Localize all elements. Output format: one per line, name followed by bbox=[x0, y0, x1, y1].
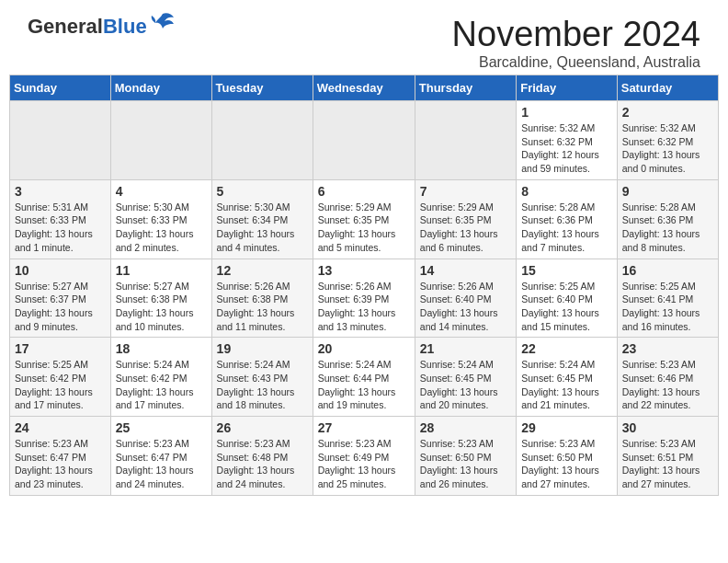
day-number: 11 bbox=[116, 263, 207, 278]
calendar-header-row: Sunday Monday Tuesday Wednesday Thursday… bbox=[10, 75, 719, 101]
table-row: 2Sunrise: 5:32 AM Sunset: 6:32 PM Daylig… bbox=[617, 101, 718, 180]
day-number: 25 bbox=[116, 420, 207, 435]
calendar-table: Sunday Monday Tuesday Wednesday Thursday… bbox=[9, 75, 719, 496]
location: Barcaldine, Queensland, Australia bbox=[452, 54, 700, 71]
table-row: 3Sunrise: 5:31 AM Sunset: 6:33 PM Daylig… bbox=[10, 179, 111, 259]
day-info: Sunrise: 5:27 AM Sunset: 6:37 PM Dayligh… bbox=[15, 280, 106, 334]
table-row bbox=[313, 101, 415, 180]
page-header: General Blue November 2024 Barcaldine, Q… bbox=[9, 0, 719, 75]
day-info: Sunrise: 5:32 AM Sunset: 6:32 PM Dayligh… bbox=[622, 121, 713, 176]
day-number: 27 bbox=[318, 420, 410, 435]
table-row: 9Sunrise: 5:28 AM Sunset: 6:36 PM Daylig… bbox=[617, 179, 718, 259]
table-row bbox=[10, 101, 111, 180]
day-info: Sunrise: 5:25 AM Sunset: 6:40 PM Dayligh… bbox=[521, 280, 612, 334]
table-row: 30Sunrise: 5:23 AM Sunset: 6:51 PM Dayli… bbox=[617, 417, 718, 496]
day-info: Sunrise: 5:31 AM Sunset: 6:33 PM Dayligh… bbox=[15, 201, 106, 255]
day-info: Sunrise: 5:23 AM Sunset: 6:50 PM Dayligh… bbox=[420, 437, 511, 491]
table-row: 1Sunrise: 5:32 AM Sunset: 6:32 PM Daylig… bbox=[517, 101, 618, 180]
day-info: Sunrise: 5:23 AM Sunset: 6:46 PM Dayligh… bbox=[622, 358, 713, 412]
day-number: 4 bbox=[116, 184, 207, 199]
calendar-week-row: 10Sunrise: 5:27 AM Sunset: 6:37 PM Dayli… bbox=[10, 259, 719, 338]
day-info: Sunrise: 5:26 AM Sunset: 6:39 PM Dayligh… bbox=[318, 280, 410, 334]
day-info: Sunrise: 5:26 AM Sunset: 6:38 PM Dayligh… bbox=[217, 280, 308, 334]
table-row: 4Sunrise: 5:30 AM Sunset: 6:33 PM Daylig… bbox=[110, 179, 211, 259]
day-number: 9 bbox=[622, 184, 713, 199]
table-row: 15Sunrise: 5:25 AM Sunset: 6:40 PM Dayli… bbox=[517, 259, 618, 338]
day-info: Sunrise: 5:30 AM Sunset: 6:34 PM Dayligh… bbox=[217, 201, 308, 255]
day-info: Sunrise: 5:24 AM Sunset: 6:45 PM Dayligh… bbox=[420, 358, 511, 412]
table-row: 21Sunrise: 5:24 AM Sunset: 6:45 PM Dayli… bbox=[415, 338, 516, 417]
table-row: 18Sunrise: 5:24 AM Sunset: 6:42 PM Dayli… bbox=[110, 338, 211, 417]
day-number: 23 bbox=[622, 341, 713, 356]
col-monday: Monday bbox=[110, 75, 211, 101]
table-row: 25Sunrise: 5:23 AM Sunset: 6:47 PM Dayli… bbox=[110, 417, 211, 496]
table-row: 6Sunrise: 5:29 AM Sunset: 6:35 PM Daylig… bbox=[313, 179, 415, 259]
day-number: 24 bbox=[15, 420, 106, 435]
calendar-week-row: 24Sunrise: 5:23 AM Sunset: 6:47 PM Dayli… bbox=[10, 417, 719, 496]
calendar-week-row: 3Sunrise: 5:31 AM Sunset: 6:33 PM Daylig… bbox=[10, 179, 719, 259]
day-number: 5 bbox=[217, 184, 308, 199]
day-number: 14 bbox=[420, 263, 511, 278]
day-info: Sunrise: 5:32 AM Sunset: 6:32 PM Dayligh… bbox=[521, 121, 612, 176]
day-number: 10 bbox=[15, 263, 106, 278]
table-row: 8Sunrise: 5:28 AM Sunset: 6:36 PM Daylig… bbox=[517, 179, 618, 259]
day-number: 29 bbox=[521, 420, 612, 435]
table-row: 20Sunrise: 5:24 AM Sunset: 6:44 PM Dayli… bbox=[313, 338, 415, 417]
month-title: November 2024 bbox=[452, 15, 700, 54]
table-row: 13Sunrise: 5:26 AM Sunset: 6:39 PM Dayli… bbox=[313, 259, 415, 338]
logo-bird-icon bbox=[150, 12, 176, 36]
day-number: 12 bbox=[217, 263, 308, 278]
day-info: Sunrise: 5:24 AM Sunset: 6:45 PM Dayligh… bbox=[521, 358, 612, 412]
day-info: Sunrise: 5:23 AM Sunset: 6:47 PM Dayligh… bbox=[15, 437, 106, 491]
calendar-week-row: 1Sunrise: 5:32 AM Sunset: 6:32 PM Daylig… bbox=[10, 101, 719, 180]
table-row: 28Sunrise: 5:23 AM Sunset: 6:50 PM Dayli… bbox=[415, 417, 516, 496]
day-info: Sunrise: 5:23 AM Sunset: 6:51 PM Dayligh… bbox=[622, 437, 713, 491]
table-row bbox=[211, 101, 313, 180]
day-info: Sunrise: 5:23 AM Sunset: 6:50 PM Dayligh… bbox=[521, 437, 612, 491]
day-info: Sunrise: 5:23 AM Sunset: 6:48 PM Dayligh… bbox=[217, 437, 308, 491]
day-number: 20 bbox=[318, 341, 410, 356]
day-number: 21 bbox=[420, 341, 511, 356]
day-number: 8 bbox=[521, 184, 612, 199]
day-info: Sunrise: 5:27 AM Sunset: 6:38 PM Dayligh… bbox=[116, 280, 207, 334]
table-row: 14Sunrise: 5:26 AM Sunset: 6:40 PM Dayli… bbox=[415, 259, 516, 338]
day-info: Sunrise: 5:28 AM Sunset: 6:36 PM Dayligh… bbox=[521, 201, 612, 255]
logo-blue: Blue bbox=[103, 15, 147, 39]
table-row: 5Sunrise: 5:30 AM Sunset: 6:34 PM Daylig… bbox=[211, 179, 313, 259]
day-info: Sunrise: 5:30 AM Sunset: 6:33 PM Dayligh… bbox=[116, 201, 207, 255]
day-info: Sunrise: 5:23 AM Sunset: 6:47 PM Dayligh… bbox=[116, 437, 207, 491]
day-number: 17 bbox=[15, 341, 106, 356]
day-number: 1 bbox=[521, 105, 612, 120]
day-number: 26 bbox=[217, 420, 308, 435]
table-row: 16Sunrise: 5:25 AM Sunset: 6:41 PM Dayli… bbox=[617, 259, 718, 338]
table-row bbox=[110, 101, 211, 180]
day-number: 13 bbox=[318, 263, 410, 278]
logo: General Blue bbox=[28, 15, 176, 39]
day-number: 7 bbox=[420, 184, 511, 199]
logo-general: General bbox=[28, 15, 103, 39]
day-number: 22 bbox=[521, 341, 612, 356]
day-number: 19 bbox=[217, 341, 308, 356]
table-row: 12Sunrise: 5:26 AM Sunset: 6:38 PM Dayli… bbox=[211, 259, 313, 338]
col-friday: Friday bbox=[517, 75, 618, 101]
table-row: 26Sunrise: 5:23 AM Sunset: 6:48 PM Dayli… bbox=[211, 417, 313, 496]
table-row: 17Sunrise: 5:25 AM Sunset: 6:42 PM Dayli… bbox=[10, 338, 111, 417]
day-info: Sunrise: 5:23 AM Sunset: 6:49 PM Dayligh… bbox=[318, 437, 410, 491]
day-info: Sunrise: 5:24 AM Sunset: 6:44 PM Dayligh… bbox=[318, 358, 410, 412]
day-info: Sunrise: 5:25 AM Sunset: 6:41 PM Dayligh… bbox=[622, 280, 713, 334]
table-row: 27Sunrise: 5:23 AM Sunset: 6:49 PM Dayli… bbox=[313, 417, 415, 496]
day-info: Sunrise: 5:29 AM Sunset: 6:35 PM Dayligh… bbox=[318, 201, 410, 255]
day-info: Sunrise: 5:29 AM Sunset: 6:35 PM Dayligh… bbox=[420, 201, 511, 255]
day-info: Sunrise: 5:25 AM Sunset: 6:42 PM Dayligh… bbox=[15, 358, 106, 412]
col-saturday: Saturday bbox=[617, 75, 718, 101]
col-thursday: Thursday bbox=[415, 75, 516, 101]
day-info: Sunrise: 5:24 AM Sunset: 6:42 PM Dayligh… bbox=[116, 358, 207, 412]
table-row: 11Sunrise: 5:27 AM Sunset: 6:38 PM Dayli… bbox=[110, 259, 211, 338]
day-info: Sunrise: 5:28 AM Sunset: 6:36 PM Dayligh… bbox=[622, 201, 713, 255]
table-row: 22Sunrise: 5:24 AM Sunset: 6:45 PM Dayli… bbox=[517, 338, 618, 417]
col-tuesday: Tuesday bbox=[211, 75, 313, 101]
table-row bbox=[415, 101, 516, 180]
day-number: 6 bbox=[318, 184, 410, 199]
day-info: Sunrise: 5:26 AM Sunset: 6:40 PM Dayligh… bbox=[420, 280, 511, 334]
day-number: 2 bbox=[622, 105, 713, 120]
